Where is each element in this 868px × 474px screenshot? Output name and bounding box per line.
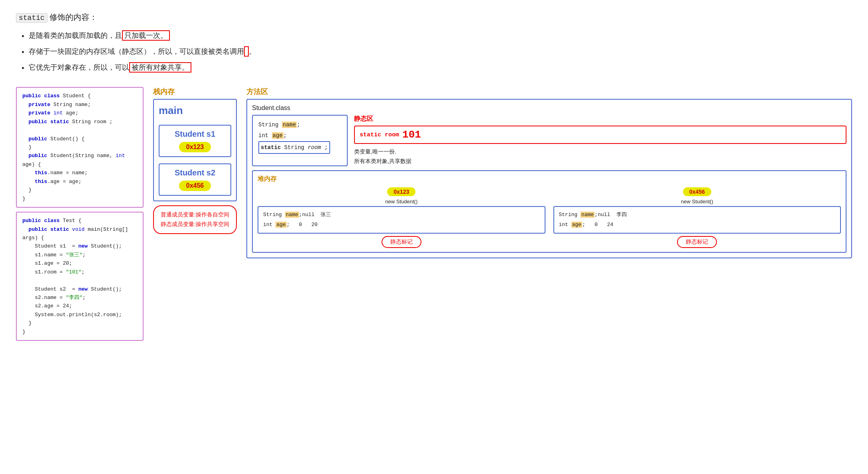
code-line: public static String room ;: [22, 118, 137, 126]
obj2-name-hl: name: [581, 212, 594, 218]
heap-obj1-box: String name;null 张三 int age; 0 20: [258, 206, 545, 234]
bottom-note-line2: 静态成员变量:操作共享空间: [159, 220, 230, 229]
heap-title: 堆内存: [258, 175, 841, 183]
code-line: Student s2 = new Student();: [22, 285, 137, 293]
heap-obj1-static-badge: 静态标记: [382, 236, 421, 248]
code-line: s1.age = 20;: [22, 259, 137, 267]
main-diagram: public class Student { private String na…: [16, 87, 852, 341]
field-static-row: static String room ;: [258, 141, 341, 154]
static-room-label: static room: [360, 132, 399, 138]
student-code-box: public class Student { private String na…: [16, 87, 144, 208]
stack-main-label: main: [159, 104, 231, 117]
code-line: this.name = name;: [22, 169, 137, 177]
student-class-fields: String name; int age; static String room…: [252, 115, 348, 166]
code-section: public class Student { private String na…: [16, 87, 144, 341]
code-line: private String name;: [22, 100, 137, 109]
heap-object-2: 0x456 new Student() String name;null 李四 …: [553, 187, 841, 248]
method-inner: String name; int age; static String room…: [252, 115, 846, 166]
bullet-item-2: 存储于一块固定的内存区域（静态区），所以，可以直接被类名调用。: [29, 44, 852, 59]
code-line: }: [22, 195, 137, 203]
code-line: s1.name = "张三";: [22, 251, 137, 259]
header-section: static 修饰的内容： 是随着类的加载而加载的，且只加载一次。 存储于一块固…: [16, 12, 852, 75]
obj2-age-hl: age: [571, 222, 582, 228]
method-outer: Student.class String name; int age; stat…: [246, 99, 852, 258]
header-title-text: 修饰的内容：: [47, 13, 98, 22]
stack-title: 栈内存: [153, 87, 175, 96]
static-room-box: static room 101: [354, 126, 846, 144]
bullet-2-text: 存储于一块固定的内存区域（静态区），所以，可以直接被类名调用: [29, 47, 244, 55]
bottom-note-line1: 普通成员变量:操作各自空间: [159, 210, 230, 220]
static-desc-2: 所有本类对象,共享数据: [354, 157, 846, 166]
method-section: 方法区 Student.class String name; int age; …: [246, 87, 852, 258]
bullet-3-before: 它优先于对象存在，所以，可以: [29, 63, 129, 71]
bullet-item-3: 它优先于对象存在，所以，可以被所有对象共享。: [29, 60, 852, 75]
heap-outer: 堆内存 0x123 new Student() String name;null…: [252, 170, 846, 253]
stack-s2-label: Student s2: [175, 168, 215, 177]
code-line: private int age;: [22, 109, 137, 117]
static-desc: 类变量,唯一一份. 所有本类对象,共享数据: [354, 147, 846, 166]
field-name-row: String name;: [258, 120, 341, 130]
heap-obj1-name-row: String name;null 张三: [263, 210, 540, 220]
header-title: static 修饰的内容：: [16, 12, 852, 23]
heap-obj2-static-badge: 静态标记: [677, 236, 717, 248]
heap-obj1-label: new Student(): [385, 199, 417, 205]
static-field-box: static String room ;: [258, 141, 330, 154]
static-desc-1: 类变量,唯一一份.: [354, 147, 846, 157]
stack-item-s2: Student s2 0x456: [159, 163, 231, 196]
name-highlight: name: [282, 122, 297, 128]
code-line: }: [22, 319, 137, 327]
bullet-1-highlight: 只加载一次。: [122, 30, 170, 41]
code-line: this.age = age;: [22, 177, 137, 186]
heap-obj2-addr: 0x456: [683, 187, 711, 196]
heap-obj2-name-row: String name;null 李四: [559, 210, 836, 220]
bullet-item-1: 是随着类的加载而加载的，且只加载一次。: [29, 28, 852, 43]
room-field: room: [308, 144, 321, 151]
stack-s2-addr: 0x456: [179, 181, 211, 191]
stack-s1-addr: 0x123: [179, 142, 211, 152]
code-line: }: [22, 186, 137, 194]
heap-obj2-box: String name;null 李四 int age; 0 24: [553, 206, 841, 234]
heap-obj2-label: new Student(): [681, 199, 713, 205]
code-line: System.out.println(s2.room);: [22, 311, 137, 319]
stack-item-s1: Student s1 0x123: [159, 125, 231, 157]
stack-s1-label: Student s1: [175, 130, 215, 139]
bullet-3-highlight: 被所有对象共享。: [129, 62, 191, 73]
heap-obj1-addr: 0x123: [387, 187, 415, 196]
field-age-row: int age;: [258, 130, 341, 141]
code-line: public class Test {: [22, 216, 137, 225]
code-line: s1.room = "101";: [22, 268, 137, 276]
static-area-title: 静态区: [354, 115, 846, 123]
heap-obj1-age-row: int age; 0 20: [263, 220, 540, 230]
bullet-list: 是随着类的加载而加载的，且只加载一次。 存储于一块固定的内存区域（静态区），所以…: [16, 28, 852, 75]
code-line: public Student() {: [22, 135, 137, 143]
static-room-value: 101: [402, 129, 421, 141]
code-line: s2.age = 24;: [22, 302, 137, 310]
code-line: }: [22, 328, 137, 336]
code-line: s2.name = "李四";: [22, 293, 137, 302]
heap-obj2-age-row: int age; 0 24: [559, 220, 836, 230]
code-line: public static void main(String[] args) {: [22, 225, 137, 242]
code-line: public Student(String name, int age) {: [22, 151, 137, 169]
heap-inner: 0x123 new Student() String name;null 张三 …: [258, 187, 841, 248]
bullet-1-before: 是随着类的加载而加载的，且: [29, 31, 122, 39]
method-title: 方法区: [246, 87, 852, 96]
static-keyword: static: [16, 13, 47, 23]
heap-object-1: 0x123 new Student() String name;null 张三 …: [258, 187, 545, 248]
static-kw: static: [261, 144, 281, 151]
static-area: 静态区 static room 101 类变量,唯一一份. 所有本类对象,共享数…: [354, 115, 846, 166]
obj1-name-hl: name: [285, 212, 299, 218]
test-code-box: public class Test { public static void m…: [16, 212, 144, 341]
bottom-note-box: 普通成员变量:操作各自空间 静态成员变量:操作共享空间: [153, 205, 237, 234]
code-line: }: [22, 143, 137, 151]
age-highlight: age: [272, 132, 283, 139]
stack-box: main Student s1 0x123 Student s2 0x456: [153, 99, 237, 201]
method-class-label: Student.class: [252, 104, 846, 112]
stack-section: 栈内存 main Student s1 0x123 Student s2 0x4…: [153, 87, 237, 234]
bullet-2-highlight: [244, 46, 249, 57]
code-line: Student s1 = new Student();: [22, 242, 137, 250]
obj1-age-hl: age: [276, 222, 286, 228]
code-line: public class Student {: [22, 92, 137, 100]
